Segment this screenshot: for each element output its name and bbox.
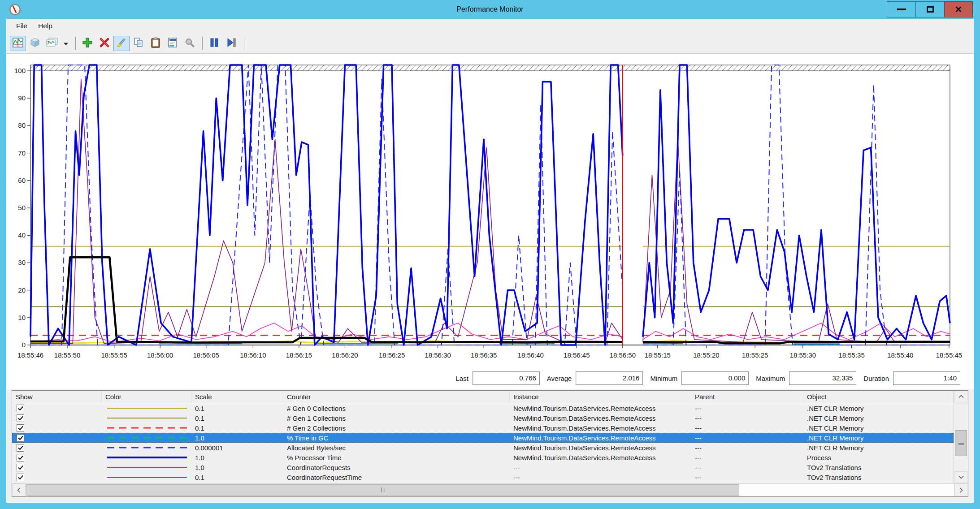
show-checkbox[interactable]	[17, 424, 24, 432]
minimize-icon	[897, 9, 906, 10]
scroll-right-button[interactable]	[954, 483, 968, 496]
horizontal-scroll-track[interactable]	[26, 483, 954, 496]
cell-instance: NewMind.Tourism.DataServices.RemoteAcces…	[510, 434, 691, 442]
scroll-left-button[interactable]	[12, 483, 26, 496]
menu-item-file[interactable]: File	[11, 20, 33, 32]
zoom-button[interactable]	[182, 36, 198, 51]
view-graph-button[interactable]	[10, 36, 26, 51]
cell-object: TOv2 Translations	[803, 474, 954, 481]
cell-object: .NET CLR Memory	[803, 424, 954, 432]
show-checkbox[interactable]	[17, 405, 24, 412]
table-row[interactable]: 0.1# Gen 1 CollectionsNewMind.Tourism.Da…	[12, 413, 954, 423]
vertical-scroll-track[interactable]	[954, 402, 968, 471]
cell-parent: ---	[691, 434, 803, 442]
column-header-instance[interactable]: Instance	[510, 391, 691, 403]
cell-instance: ---	[510, 474, 691, 481]
view-histogram-button[interactable]	[27, 36, 43, 51]
y-axis-label: 50	[18, 204, 26, 211]
performance-chart: 010203040506070809010018:55:4618:55:5018…	[6, 54, 974, 366]
show-checkbox[interactable]	[17, 474, 24, 481]
scroll-up-button[interactable]	[954, 391, 968, 402]
cell-instance: NewMind.Tourism.DataServices.RemoteAcces…	[510, 454, 691, 462]
table-row[interactable]: 0.1CoordinatorRequestTime------TOv2 Tran…	[12, 472, 954, 482]
stat-average-label: Average	[547, 375, 572, 382]
title-bar: Performance Monitor ✕	[0, 0, 980, 19]
column-header-show[interactable]: Show	[12, 391, 102, 403]
clipboard-icon	[150, 37, 161, 50]
chevron-right-icon	[959, 487, 963, 493]
column-header-counter[interactable]: Counter	[283, 391, 510, 403]
table-body: 0.1# Gen 0 CollectionsNewMind.Tourism.Da…	[12, 403, 954, 482]
column-header-color[interactable]: Color	[102, 391, 191, 403]
x-axis-label: 18:56:10	[240, 351, 266, 359]
cell-scale: 0.1	[191, 414, 283, 422]
stat-minimum-value: 0.000	[681, 371, 749, 385]
show-checkbox[interactable]	[17, 444, 24, 452]
properties-button[interactable]	[165, 36, 181, 51]
table-header: Show Color Scale Counter Instance Parent…	[12, 391, 954, 403]
menu-item-help[interactable]: Help	[33, 20, 58, 32]
cell-scale: 1.0	[191, 454, 283, 462]
stats-bar: Last 0.766 Average 2.016 Minimum 0.000 M…	[6, 367, 974, 389]
x-axis-label: 18:56:20	[332, 351, 358, 359]
properties-icon	[167, 37, 178, 50]
show-checkbox[interactable]	[17, 434, 24, 442]
show-checkbox[interactable]	[17, 464, 24, 471]
table-row[interactable]: 1.0% Processor TimeNewMind.Tourism.DataS…	[12, 453, 954, 462]
cell-parent: ---	[691, 405, 803, 412]
maximize-button[interactable]	[915, 1, 944, 17]
close-button[interactable]: ✕	[944, 1, 973, 17]
table-row[interactable]: 0.000001Allocated Bytes/secNewMind.Touri…	[12, 443, 954, 453]
table-row[interactable]: 1.0CoordinatorRequests------TOv2 Transla…	[12, 462, 954, 472]
x-axis-label: 18:56:15	[286, 351, 312, 359]
performance-monitor-window: Performance Monitor ✕ File Help 01020304…	[0, 0, 980, 509]
paste-counter-list-button[interactable]	[147, 36, 164, 51]
table-row[interactable]: 0.1# Gen 2 CollectionsNewMind.Tourism.Da…	[12, 423, 954, 433]
table-row[interactable]: 0.1# Gen 0 CollectionsNewMind.Tourism.Da…	[12, 403, 954, 413]
column-header-scale[interactable]: Scale	[191, 391, 283, 403]
horizontal-scroll-thumb[interactable]	[26, 484, 739, 496]
add-counter-button[interactable]	[79, 36, 95, 51]
view-report-button[interactable]	[44, 36, 60, 51]
highlight-button[interactable]	[113, 36, 130, 51]
chart-type-dropdown[interactable]	[61, 36, 71, 51]
menu-bar: File Help	[6, 19, 974, 33]
cell-scale: 1.0	[191, 434, 283, 442]
x-axis-label: 18:56:50	[610, 351, 636, 359]
column-header-object[interactable]: Object	[803, 391, 954, 403]
show-checkbox[interactable]	[17, 454, 24, 462]
horizontal-scrollbar	[12, 483, 968, 496]
y-axis-label: 0	[22, 341, 26, 349]
minimize-button[interactable]	[887, 1, 915, 17]
cell-object: Process	[803, 454, 954, 462]
update-data-button[interactable]	[223, 36, 239, 51]
x-axis-label: 18:55:30	[790, 351, 816, 359]
check-icon	[18, 475, 23, 480]
freeze-display-button[interactable]	[206, 36, 222, 51]
table-row[interactable]: 1.0% Time in GCNewMind.Tourism.DataServi…	[12, 433, 954, 443]
window-title: Performance Monitor	[0, 5, 980, 13]
cell-instance: NewMind.Tourism.DataServices.RemoteAcces…	[510, 414, 691, 422]
column-header-parent[interactable]: Parent	[691, 391, 803, 403]
color-swatch	[105, 453, 189, 462]
show-checkbox[interactable]	[17, 414, 24, 422]
x-axis-label: 18:56:25	[379, 351, 405, 359]
y-axis-label: 80	[18, 121, 26, 129]
cell-counter: % Processor Time	[283, 454, 510, 462]
cell-object: .NET CLR Memory	[803, 444, 954, 452]
cell-scale: 1.0	[191, 464, 283, 471]
copy-properties-button[interactable]	[130, 36, 147, 51]
x-axis-label: 18:56:30	[425, 351, 451, 359]
chart-panel: 010203040506070809010018:55:4618:55:5018…	[6, 54, 974, 389]
x-axis-label: 18:55:15	[645, 351, 671, 359]
y-axis-label: 40	[18, 231, 26, 239]
stat-minimum-label: Minimum	[650, 375, 677, 382]
stat-maximum-value: 32.335	[789, 371, 856, 385]
scroll-down-button[interactable]	[954, 471, 968, 483]
delete-counter-button[interactable]	[96, 36, 113, 51]
x-axis-label: 18:55:55	[101, 351, 127, 359]
vertical-scroll-thumb[interactable]	[955, 430, 967, 456]
stat-maximum-label: Maximum	[756, 375, 785, 382]
x-axis-label: 18:56:00	[147, 351, 173, 359]
check-icon	[18, 445, 23, 450]
